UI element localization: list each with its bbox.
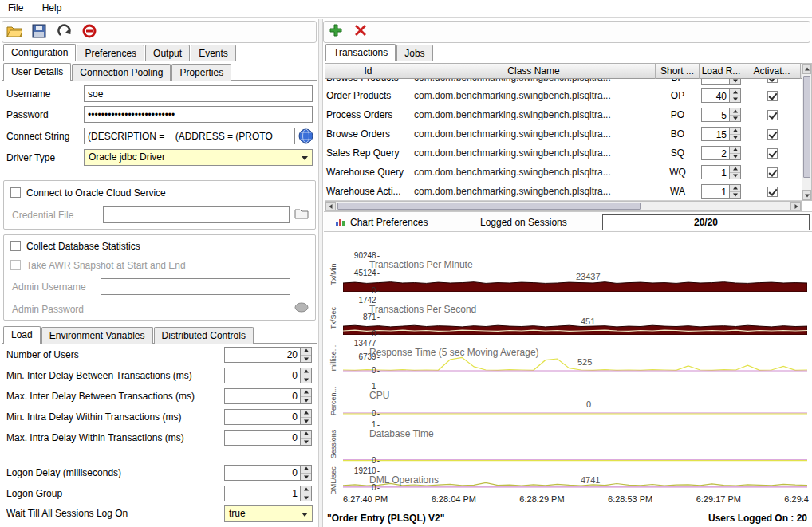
chart-preferences-button[interactable] <box>335 216 346 230</box>
load-ratio-spinner-up-button[interactable] <box>730 166 740 173</box>
tab-user-details[interactable]: User Details <box>3 63 71 81</box>
load-ratio-spinner-down-button[interactable] <box>730 154 740 160</box>
scroll-right-button[interactable] <box>790 202 801 210</box>
load-ratio-spinner-down-button[interactable] <box>730 116 740 122</box>
activated-checkbox[interactable] <box>767 91 778 101</box>
tab-preferences[interactable]: Preferences <box>77 45 144 61</box>
start-benchmark-button[interactable] <box>55 22 74 41</box>
table-row[interactable]: Warehouse Acti...com.dom.benchmarking.sw… <box>325 182 802 201</box>
load-ratio-spinner[interactable]: 2 <box>701 146 741 160</box>
column-header-load-r[interactable]: Load R... <box>700 64 743 80</box>
load-ratio-spinner-up-button[interactable] <box>730 185 740 192</box>
panel-splitter[interactable] <box>318 19 323 527</box>
logon-logon-delay-milliseconds-spinner[interactable]: 0 <box>224 465 312 481</box>
load-max-intra-delay-within-transactions-ms-spinner-up-button[interactable] <box>301 431 311 439</box>
load-ratio-spinner[interactable]: 1 <box>701 184 741 199</box>
browse-credential-button[interactable] <box>294 207 309 222</box>
connect-string-input[interactable] <box>84 128 295 144</box>
username-input[interactable] <box>84 85 313 102</box>
logon-logon-group-spinner-up-button[interactable] <box>301 486 311 494</box>
horizontal-scroll-thumb[interactable] <box>337 203 641 210</box>
load-number-of-users-spinner-down-button[interactable] <box>301 356 311 363</box>
driver-type-select[interactable]: Oracle jdbc Driver <box>84 149 313 166</box>
table-row[interactable]: Sales Rep Querycom.dom.benchmarking.swin… <box>325 144 802 163</box>
load-ratio-spinner-down-button[interactable] <box>730 79 740 84</box>
tab-jobs[interactable]: Jobs <box>396 45 432 61</box>
column-header-id[interactable]: Id <box>325 64 412 80</box>
load-ratio-spinner[interactable] <box>701 79 741 85</box>
activated-checkbox[interactable] <box>767 129 778 140</box>
load-max-intra-delay-within-transactions-ms-spinner-down-button[interactable] <box>301 439 311 446</box>
load-min-inter-delay-between-transactions-ms-spinner-up-button[interactable] <box>301 368 311 376</box>
load-ratio-spinner-down-button[interactable] <box>730 96 740 103</box>
chart-preferences-label[interactable]: Chart Preferences <box>350 217 428 228</box>
load-max-inter-delay-between-transactions-ms-spinner-up-button[interactable] <box>301 389 311 397</box>
logon-logon-group-spinner-down-button[interactable] <box>301 494 311 501</box>
activated-checkbox[interactable] <box>767 148 778 159</box>
tab-environment-variables[interactable]: Environment Variables <box>41 327 153 344</box>
table-row[interactable]: Warehouse Querycom.dom.benchmarking.swin… <box>325 163 802 182</box>
load-ratio-spinner-up-button[interactable] <box>730 89 740 96</box>
tab-distributed-controls[interactable]: Distributed Controls <box>154 327 254 344</box>
load-max-inter-delay-between-transactions-ms-spinner-down-button[interactable] <box>301 397 311 404</box>
menu-help[interactable]: Help <box>34 0 70 14</box>
load-ratio-spinner-up-button[interactable] <box>730 147 740 154</box>
password-input[interactable] <box>84 106 313 123</box>
tab-load[interactable]: Load <box>3 326 41 344</box>
table-row[interactable]: Browse Productscom.dom.benchmarking.swin… <box>325 79 802 86</box>
tab-connection-pooling[interactable]: Connection Pooling <box>72 64 171 81</box>
load-ratio-spinner[interactable]: 1 <box>701 165 741 179</box>
load-ratio-spinner-down-button[interactable] <box>730 173 740 179</box>
load-ratio-spinner-down-button[interactable] <box>730 192 740 199</box>
load-ratio-spinner[interactable]: 15 <box>701 127 741 141</box>
wait-sessions-select[interactable]: true <box>224 505 313 522</box>
load-min-inter-delay-between-transactions-ms-spinner[interactable]: 0 <box>224 368 312 383</box>
menu-file[interactable]: File <box>0 0 31 14</box>
load-number-of-users-spinner-up-button[interactable] <box>301 348 311 356</box>
table-vertical-scrollbar[interactable] <box>802 63 812 201</box>
scroll-up-button[interactable] <box>802 64 811 74</box>
stop-benchmark-button[interactable] <box>80 22 99 41</box>
load-ratio-spinner-up-button[interactable] <box>730 128 740 135</box>
table-row[interactable]: Process Orderscom.dom.benchmarking.swing… <box>325 105 802 124</box>
load-number-of-users-spinner[interactable]: 20 <box>224 347 312 363</box>
activated-checkbox[interactable] <box>767 110 778 120</box>
activated-checkbox[interactable] <box>767 187 778 197</box>
load-ratio-spinner[interactable]: 40 <box>701 88 741 103</box>
load-ratio-spinner-up-button[interactable] <box>730 108 740 116</box>
tab-configuration[interactable]: Configuration <box>3 44 76 61</box>
open-config-button[interactable] <box>5 22 24 41</box>
load-max-inter-delay-between-transactions-ms-spinner[interactable]: 0 <box>224 388 312 404</box>
scroll-left-button[interactable] <box>325 202 336 210</box>
remove-transaction-button[interactable] <box>351 22 370 41</box>
load-min-intra-delay-within-transactions-ms-spinner-up-button[interactable] <box>301 410 311 418</box>
load-min-intra-delay-within-transactions-ms-spinner[interactable]: 0 <box>224 409 312 425</box>
load-ratio-spinner[interactable]: 5 <box>701 108 741 122</box>
table-horizontal-scrollbar[interactable] <box>325 201 802 211</box>
load-min-inter-delay-between-transactions-ms-spinner-down-button[interactable] <box>301 376 311 383</box>
activated-checkbox[interactable] <box>767 79 778 83</box>
load-ratio-spinner-down-button[interactable] <box>730 135 740 141</box>
scroll-down-button[interactable] <box>802 190 811 200</box>
connect-string-browse-button[interactable] <box>298 128 313 146</box>
collect-statistics-checkbox[interactable] <box>10 241 21 251</box>
logon-logon-delay-milliseconds-spinner-up-button[interactable] <box>301 466 311 474</box>
table-row[interactable]: Browse Orderscom.dom.benchmarking.swingb… <box>325 124 802 144</box>
logon-logon-delay-milliseconds-spinner-down-button[interactable] <box>301 474 311 481</box>
save-config-button[interactable] <box>30 22 49 41</box>
table-row[interactable]: Order Productscom.dom.benchmarking.swing… <box>325 86 802 105</box>
add-transaction-button[interactable] <box>326 22 345 41</box>
column-header-class-name[interactable]: Class Name <box>412 64 656 80</box>
vertical-scroll-thumb[interactable] <box>803 76 810 178</box>
tab-output[interactable]: Output <box>145 45 190 61</box>
tab-transactions[interactable]: Transactions <box>325 44 396 61</box>
activated-checkbox[interactable] <box>767 167 778 178</box>
cloud-service-checkbox[interactable] <box>10 187 21 198</box>
logon-logon-group-spinner[interactable]: 1 <box>224 486 312 501</box>
load-max-intra-delay-within-transactions-ms-spinner[interactable]: 0 <box>224 430 312 446</box>
tab-events[interactable]: Events <box>191 45 236 61</box>
load-min-intra-delay-within-transactions-ms-spinner-down-button[interactable] <box>301 418 311 425</box>
column-header-activat[interactable]: Activat... <box>743 64 801 80</box>
column-header-short[interactable]: Short ... <box>656 64 700 80</box>
tab-properties[interactable]: Properties <box>171 64 231 81</box>
